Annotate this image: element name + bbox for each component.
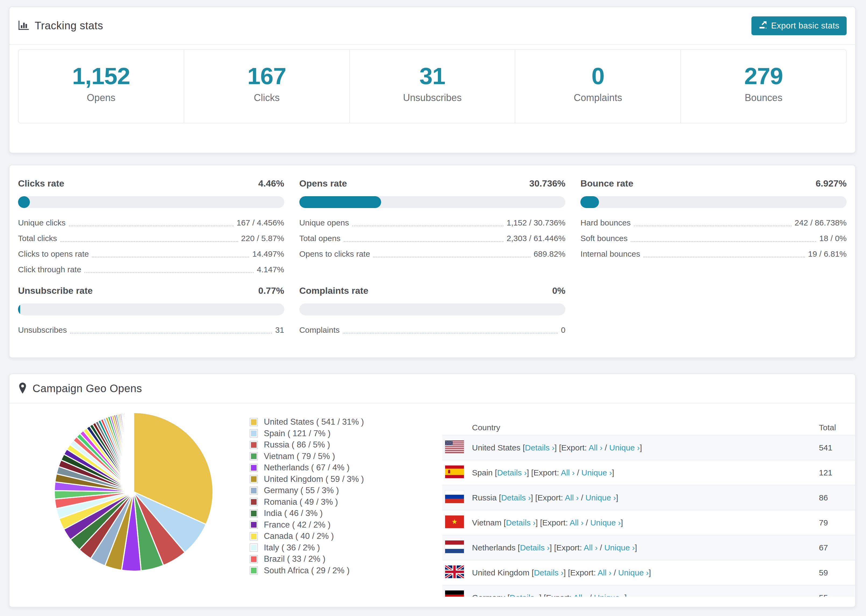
detail-row-complaints: Complaints0 (299, 322, 565, 338)
export-all-link[interactable]: All › (561, 468, 575, 477)
dotted-leader (643, 257, 805, 258)
export-unique-link[interactable]: Unique › (604, 543, 635, 552)
country-links: Russia [Details ›] [Export: All › / Uniq… (472, 493, 618, 502)
country-cell: Spain [Details ›] [Export: All › / Uniqu… (442, 460, 819, 485)
rate-head: Unsubscribe rate0.77% (18, 285, 284, 296)
details-link[interactable]: Details › (506, 518, 535, 527)
rate-progress-fill (18, 303, 20, 315)
bracket-text: ] (612, 468, 614, 477)
export-basic-stats-button[interactable]: Export basic stats (751, 16, 847, 35)
legend-item-netherlands[interactable]: Netherlands ( 67 / 4% ) (250, 462, 364, 473)
country-name: United States (472, 443, 520, 452)
rate-value: 30.736% (529, 178, 565, 189)
bracket-text: [ (505, 593, 510, 597)
legend-item-spain[interactable]: Spain ( 121 / 7% ) (250, 428, 364, 439)
legend-item-south-africa[interactable]: South Africa ( 29 / 2% ) (250, 565, 364, 577)
legend-item-united-kingdom[interactable]: United Kingdom ( 59 / 3% ) (250, 473, 364, 485)
legend-item-russia[interactable]: Russia ( 86 / 5% ) (250, 439, 364, 451)
detail-row-total-clicks: Total clicks220 / 5.87% (18, 231, 284, 246)
export-unique-link[interactable]: Unique › (594, 593, 625, 597)
rate-title: Bounce rate (580, 178, 633, 189)
legend-label: Netherlands ( 67 / 4% ) (264, 463, 350, 473)
export-all-link[interactable]: All › (573, 593, 587, 597)
rate-head: Bounce rate6.927% (580, 178, 847, 189)
detail-value: 0 (561, 325, 565, 335)
details-link[interactable]: Details › (510, 593, 539, 597)
export-all-link[interactable]: All › (565, 493, 579, 502)
dotted-leader (352, 225, 504, 226)
rate-progress-bar (299, 303, 565, 315)
bracket-text: ] [Export: (531, 493, 565, 502)
country-flex: Russia [Details ›] [Export: All › / Uniq… (445, 490, 819, 505)
country-links: Vietnam [Details ›] [Export: All › / Uni… (472, 518, 623, 527)
details-link[interactable]: Details › (501, 493, 531, 502)
rate-block-complaints-rate: Complaints rate0%Complaints0 (299, 285, 565, 338)
export-unique-link[interactable]: Unique › (586, 493, 616, 502)
export-icon (759, 20, 767, 31)
bracket-text: / (602, 443, 609, 452)
detail-row-internal-bounces: Internal bounces19 / 6.81% (580, 246, 847, 262)
export-all-link[interactable]: All › (584, 543, 598, 552)
rate-detail-rows: Hard bounces242 / 86.738%Soft bounces18 … (580, 215, 847, 262)
export-unique-link[interactable]: Unique › (590, 518, 621, 527)
detail-value: 242 / 86.738% (795, 218, 847, 227)
details-link[interactable]: Details › (497, 468, 527, 477)
map-marker-icon (18, 382, 27, 395)
table-row-germany: Germany [Details ›] [Export: All › / Uni… (442, 585, 855, 597)
country-flex: United Kingdom [Details ›] [Export: All … (445, 566, 819, 580)
country-flex: Netherlands [Details ›] [Export: All › /… (445, 541, 819, 555)
details-link[interactable]: Details › (525, 443, 554, 452)
legend-item-germany[interactable]: Germany ( 55 / 3% ) (250, 485, 364, 497)
detail-row-opens-to-clicks-rate: Opens to clicks rate689.82% (299, 246, 565, 262)
stat-label: Bounces (681, 92, 846, 104)
country-name: United Kingdom (472, 568, 529, 577)
rate-progress-fill (299, 196, 381, 208)
geo-table: Country Total United States [Details ›] … (442, 420, 855, 597)
legend-item-vietnam[interactable]: Vietnam ( 79 / 5% ) (250, 451, 364, 462)
detail-row-clicks-to-opens-rate: Clicks to opens rate14.497% (18, 246, 284, 262)
table-row-vietnam: Vietnam [Details ›] [Export: All › / Uni… (442, 510, 855, 535)
legend-item-canada[interactable]: Canada ( 40 / 2% ) (250, 531, 364, 542)
geo-pie-chart (52, 411, 215, 573)
details-link[interactable]: Details › (520, 543, 550, 552)
legend-item-france[interactable]: France ( 42 / 2% ) (250, 519, 364, 531)
summary-stats-row: 1,152Opens167Clicks31Unsubscribes0Compla… (18, 49, 847, 123)
stat-label: Unsubscribes (350, 92, 515, 104)
bracket-text: ] [Export: (535, 518, 570, 527)
export-unique-link[interactable]: Unique › (609, 443, 639, 452)
rate-progress-fill (580, 196, 599, 208)
dotted-leader (344, 241, 504, 242)
legend-item-romania[interactable]: Romania ( 49 / 3% ) (250, 497, 364, 508)
country-links: United Kingdom [Details ›] [Export: All … (472, 568, 651, 577)
country-name: Netherlands (472, 543, 516, 552)
details-link[interactable]: Details › (534, 568, 564, 577)
detail-label: Click through rate (18, 265, 81, 274)
bracket-text: / (612, 568, 618, 577)
export-unique-link[interactable]: Unique › (581, 468, 612, 477)
bracket-text: ] [Export: (527, 468, 561, 477)
bracket-text: ] [Export: (550, 543, 584, 552)
legend-item-india[interactable]: India ( 46 / 3% ) (250, 508, 364, 519)
stat-value: 167 (184, 64, 350, 88)
legend-swatch (250, 566, 258, 575)
campaign-geo-opens-card: Campaign Geo Opens United States ( 541 /… (9, 374, 856, 607)
detail-label: Unsubscribes (18, 325, 67, 335)
export-all-link[interactable]: All › (598, 568, 612, 577)
export-all-link[interactable]: All › (589, 443, 603, 452)
detail-row-unique-opens: Unique opens1,152 / 30.736% (299, 215, 565, 231)
bracket-text: [ (529, 568, 534, 577)
legend-item-italy[interactable]: Italy ( 36 / 2% ) (250, 542, 364, 554)
legend-swatch (250, 509, 258, 518)
legend-item-united-states[interactable]: United States ( 541 / 31% ) (250, 416, 364, 428)
detail-row-hard-bounces: Hard bounces242 / 86.738% (580, 215, 847, 231)
column-header-country: Country (442, 420, 819, 435)
country-total: 55 (819, 585, 855, 597)
bracket-text: ] (649, 568, 651, 577)
legend-item-brazil[interactable]: Brazil ( 33 / 2% ) (250, 553, 364, 565)
export-all-link[interactable]: All › (570, 518, 584, 527)
export-unique-link[interactable]: Unique › (618, 568, 649, 577)
stat-card-opens: 1,152Opens (19, 50, 184, 123)
flag-es-icon (445, 465, 464, 480)
country-cell: United States [Details ›] [Export: All ›… (442, 435, 819, 460)
flag-us-icon (445, 440, 464, 455)
